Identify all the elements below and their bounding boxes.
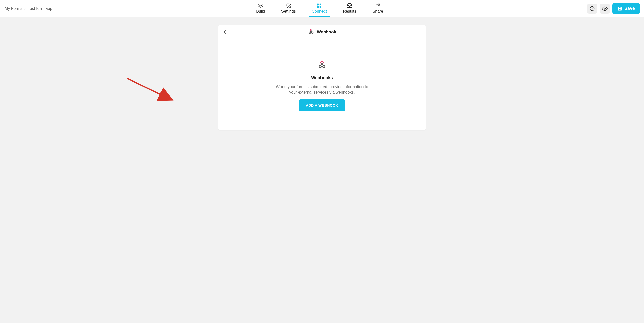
add-webhook-button[interactable]: ADD A WEBHOOK	[299, 99, 345, 111]
tab-connect-label: Connect	[312, 9, 327, 14]
eye-icon	[602, 6, 608, 11]
panel-description: When your form is submitted, provide inf…	[274, 84, 370, 95]
save-button[interactable]: Save	[612, 3, 640, 14]
tab-build-label: Build	[256, 9, 265, 14]
panel-title: Webhooks	[311, 75, 333, 80]
tab-share-label: Share	[372, 9, 383, 14]
svg-rect-2	[320, 4, 321, 5]
breadcrumb-separator: ›	[24, 6, 26, 11]
share-icon	[375, 3, 381, 9]
tab-build[interactable]: Build	[253, 0, 268, 17]
webhook-icon-large	[317, 61, 327, 70]
tabs: Build Settings Connect Results Share	[253, 0, 386, 17]
main: Webhook Webhooks When your form is submi…	[0, 17, 644, 138]
arrow-left-icon	[223, 29, 229, 35]
tab-settings-label: Settings	[281, 9, 296, 14]
svg-rect-4	[320, 6, 321, 8]
svg-rect-1	[317, 4, 319, 5]
gear-icon	[286, 3, 292, 9]
connect-icon	[316, 3, 322, 9]
breadcrumb: My Forms › Test form.app	[4, 6, 52, 11]
tab-connect[interactable]: Connect	[309, 0, 330, 17]
topbar: My Forms › Test form.app Build Settings …	[0, 0, 644, 17]
panel-header-title: Webhook	[317, 30, 336, 35]
panel-body: Webhooks When your form is submitted, pr…	[218, 39, 426, 130]
tab-settings[interactable]: Settings	[278, 0, 299, 17]
webhook-icon	[308, 29, 314, 35]
svg-point-5	[604, 8, 606, 9]
inbox-icon	[347, 3, 353, 9]
panel-title-wrap: Webhook	[308, 29, 336, 35]
build-icon	[258, 3, 264, 9]
panel-header: Webhook	[222, 25, 422, 39]
save-icon	[617, 6, 622, 11]
breadcrumb-current: Test form.app	[28, 6, 52, 11]
tab-share[interactable]: Share	[369, 0, 386, 17]
save-button-label: Save	[624, 6, 635, 11]
svg-point-0	[288, 5, 289, 6]
tab-results[interactable]: Results	[340, 0, 359, 17]
tab-results-label: Results	[343, 9, 356, 14]
back-button[interactable]	[223, 29, 229, 35]
top-actions: Save	[587, 3, 640, 14]
svg-rect-3	[317, 6, 319, 8]
breadcrumb-root-link[interactable]: My Forms	[5, 6, 22, 11]
preview-button[interactable]	[600, 4, 610, 14]
history-button[interactable]	[587, 4, 597, 14]
history-icon	[589, 6, 595, 11]
webhook-panel: Webhook Webhooks When your form is submi…	[218, 25, 426, 130]
